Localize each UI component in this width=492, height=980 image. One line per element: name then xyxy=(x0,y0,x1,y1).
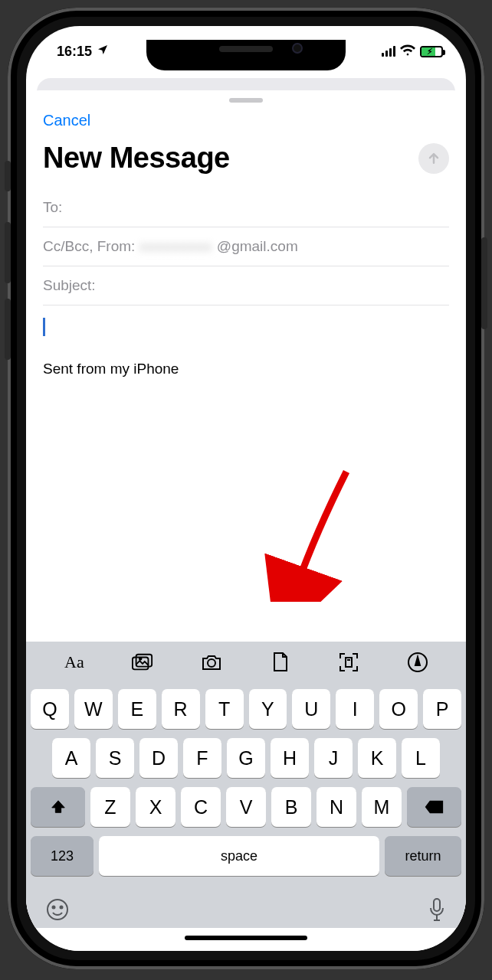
svg-rect-4 xyxy=(346,658,352,667)
svg-point-3 xyxy=(208,659,215,667)
key-s[interactable]: S xyxy=(96,738,134,778)
keyboard-row-2: ASDFGHJKL xyxy=(31,738,461,778)
key-r[interactable]: R xyxy=(162,689,200,729)
svg-rect-1 xyxy=(136,655,153,667)
keyboard: QWERTYUIOP ASDFGHJKL ZXCVBNM 123 spac xyxy=(26,683,466,893)
cancel-button[interactable]: Cancel xyxy=(43,112,90,129)
cc-label: Cc/Bcc, From: xyxy=(43,238,135,255)
camera-icon xyxy=(201,653,222,671)
to-label: To: xyxy=(43,199,62,215)
cellular-signal-icon xyxy=(382,46,395,57)
home-indicator[interactable] xyxy=(185,936,307,940)
scan-document-button[interactable] xyxy=(338,652,359,673)
text-format-button[interactable]: Aa xyxy=(64,652,85,673)
svg-point-7 xyxy=(53,906,55,909)
key-f[interactable]: F xyxy=(183,738,221,778)
status-time: 16:15 xyxy=(57,44,92,60)
text-format-icon: Aa xyxy=(64,652,84,672)
photos-icon xyxy=(132,653,153,671)
key-a[interactable]: A xyxy=(52,738,90,778)
key-y[interactable]: Y xyxy=(249,689,287,729)
keyboard-row-3: ZXCVBNM xyxy=(31,787,461,827)
shift-icon xyxy=(50,799,67,815)
microphone-icon xyxy=(428,897,446,922)
from-domain: @gmail.com xyxy=(217,238,298,255)
text-cursor xyxy=(43,318,45,336)
key-c[interactable]: C xyxy=(181,787,221,827)
space-key[interactable]: space xyxy=(99,836,379,876)
screen: 16:15 ⚡︎ Cancel xyxy=(26,26,466,951)
emoji-button[interactable] xyxy=(46,898,69,924)
battery-icon: ⚡︎ xyxy=(420,46,443,57)
keyboard-row-1: QWERTYUIOP xyxy=(31,689,461,729)
shift-key[interactable] xyxy=(31,787,85,827)
key-q[interactable]: Q xyxy=(31,689,69,729)
key-n[interactable]: N xyxy=(317,787,356,827)
key-u[interactable]: U xyxy=(292,689,330,729)
front-camera xyxy=(292,43,303,54)
keyboard-toolbar: Aa xyxy=(26,642,466,683)
subject-field[interactable]: Subject: xyxy=(43,266,449,305)
scan-icon xyxy=(339,652,359,672)
svg-point-8 xyxy=(61,906,63,909)
attach-document-button[interactable] xyxy=(270,652,291,673)
backspace-icon xyxy=(425,799,444,815)
volume-down-button xyxy=(5,299,11,360)
keyboard-bottom-bar xyxy=(26,893,466,928)
power-button xyxy=(481,237,487,329)
key-i[interactable]: I xyxy=(336,689,374,729)
svg-point-2 xyxy=(139,658,142,660)
key-v[interactable]: V xyxy=(226,787,266,827)
key-m[interactable]: M xyxy=(362,787,402,827)
key-j[interactable]: J xyxy=(314,738,353,778)
key-b[interactable]: B xyxy=(271,787,311,827)
from-email-masked: xxxxxxxxx xyxy=(139,238,212,255)
arrow-up-icon xyxy=(426,151,441,166)
key-d[interactable]: D xyxy=(139,738,178,778)
svg-point-6 xyxy=(48,900,67,920)
key-w[interactable]: W xyxy=(74,689,113,729)
keyboard-row-4: 123 space return xyxy=(31,836,461,876)
key-p[interactable]: P xyxy=(423,689,461,729)
to-field[interactable]: To: xyxy=(43,188,449,227)
page-title: New Message xyxy=(43,142,230,175)
key-h[interactable]: H xyxy=(271,738,309,778)
svg-rect-9 xyxy=(434,899,440,911)
volume-up-button xyxy=(5,222,11,283)
message-body[interactable]: Sent from my iPhone xyxy=(26,305,466,390)
markup-icon xyxy=(408,652,428,672)
send-button[interactable] xyxy=(418,143,449,174)
key-z[interactable]: Z xyxy=(90,787,130,827)
key-o[interactable]: O xyxy=(379,689,418,729)
notch xyxy=(146,40,346,70)
numeric-key[interactable]: 123 xyxy=(31,836,93,876)
key-e[interactable]: E xyxy=(118,689,156,729)
keyboard-area: Aa xyxy=(26,642,466,951)
speaker-grille xyxy=(219,46,273,52)
return-key[interactable]: return xyxy=(385,836,461,876)
dictation-button[interactable] xyxy=(428,897,446,925)
subject-label: Subject: xyxy=(43,277,96,293)
backspace-key[interactable] xyxy=(407,787,461,827)
emoji-icon xyxy=(46,898,69,921)
key-g[interactable]: G xyxy=(227,738,265,778)
location-services-icon xyxy=(97,44,109,59)
markup-button[interactable] xyxy=(407,652,428,673)
key-l[interactable]: L xyxy=(402,738,440,778)
signature-text: Sent from my iPhone xyxy=(43,361,449,377)
document-icon xyxy=(272,652,289,672)
photos-button[interactable] xyxy=(132,652,153,673)
phone-frame: 16:15 ⚡︎ Cancel xyxy=(8,8,484,969)
camera-button[interactable] xyxy=(201,652,222,673)
mute-switch xyxy=(5,161,11,191)
wifi-icon xyxy=(400,44,415,60)
key-k[interactable]: K xyxy=(358,738,396,778)
key-t[interactable]: T xyxy=(205,689,244,729)
cc-bcc-from-field[interactable]: Cc/Bcc, From: xxxxxxxxx @gmail.com xyxy=(43,227,449,266)
key-x[interactable]: X xyxy=(136,787,175,827)
